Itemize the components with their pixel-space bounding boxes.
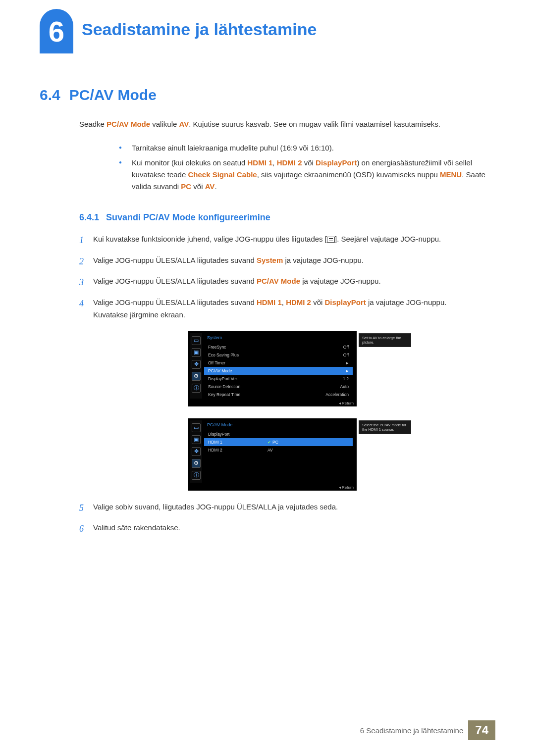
- bullet-dot-icon: ●: [119, 142, 122, 154]
- check-icon: ✔: [268, 440, 271, 445]
- osd-source-column: PC/AV Mode DisplayPort HDMI 1 HDMI 2: [204, 420, 264, 483]
- resize-icon: ✥: [192, 360, 201, 369]
- osd-sidebar-icons: ▭ ▣ ✥ ⚙ ⓘ: [190, 333, 202, 399]
- bullet-list: ● Tarnitakse ainult laiekraaniga mudelit…: [119, 142, 495, 193]
- osd-main-panel: PC/AV Mode DisplayPort HDMI 1 HDMI 2 ✔PC…: [202, 420, 355, 483]
- footer-chapter-text: 6 Seadistamine ja lähtestamine: [360, 726, 468, 735]
- osd-system-menu: ▭ ▣ ✥ ⚙ ⓘ System FreeSyncOff Eco Saving …: [188, 331, 357, 406]
- osd-sidebar-icons: ▭ ▣ ✥ ⚙ ⓘ: [190, 420, 202, 483]
- section-title-text: PC/AV Mode: [69, 87, 157, 103]
- page-footer: 6 Seadistamine ja lähtestamine 74: [360, 720, 495, 740]
- step-item: 1 Kui kuvatakse funktsioonide juhend, va…: [79, 233, 495, 248]
- info-icon: ⓘ: [192, 384, 201, 393]
- step-item: 2 Valige JOG-nuppu ÜLES/ALLA liigutades …: [79, 254, 495, 269]
- step-number: 2: [79, 254, 93, 269]
- osd-row[interactable]: DisplayPort Ver.1.2: [204, 375, 353, 383]
- resize-icon: ✥: [192, 447, 201, 456]
- content-area: 6.4PC/AV Mode Seadke PC/AV Mode valikule…: [40, 87, 495, 543]
- osd-option[interactable]: AV: [264, 446, 353, 454]
- osd-row[interactable]: Eco Saving PlusOff: [204, 351, 353, 359]
- osd-return-label[interactable]: Return: [339, 485, 354, 490]
- osd-option-selected[interactable]: ✔PC: [264, 438, 353, 446]
- osd-title: System: [204, 333, 353, 343]
- gear-icon: ⚙: [192, 372, 201, 381]
- osd-row-selected[interactable]: PC/AV Mode▸: [204, 367, 353, 375]
- osd-row[interactable]: Off Timer▸: [204, 359, 353, 367]
- chapter-badge: 6: [40, 9, 73, 53]
- menu-icon: [327, 237, 335, 243]
- section-heading: 6.4PC/AV Mode: [40, 87, 495, 103]
- bullet-dot-icon: ●: [119, 157, 122, 193]
- page-number-badge: 74: [468, 720, 495, 740]
- osd-return-label[interactable]: Return: [339, 401, 354, 405]
- subsection-title-text: Suvandi PC/AV Mode konfigureerimine: [106, 212, 270, 222]
- step-number: 6: [79, 521, 93, 537]
- subsection-heading: 6.4.1Suvandi PC/AV Mode konfigureerimine: [79, 212, 495, 223]
- osd-tooltip: Select the PC/AV mode for the HDMI 1 sou…: [359, 420, 411, 434]
- display-icon: ▣: [192, 348, 201, 357]
- step-number: 3: [79, 275, 93, 290]
- osd-title: PC/AV Mode: [204, 420, 264, 430]
- info-icon: ⓘ: [192, 471, 201, 480]
- picture-icon: ▭: [192, 336, 201, 345]
- osd-row[interactable]: Source DetectionAuto: [204, 383, 353, 391]
- osd-main-panel: System FreeSyncOff Eco Saving PlusOff Of…: [202, 333, 355, 399]
- step-number: 5: [79, 501, 93, 516]
- bullet-item: ● Tarnitakse ainult laiekraaniga mudelit…: [119, 142, 495, 154]
- step-item: 6 Valitud säte rakendatakse.: [79, 521, 495, 537]
- step-item: 3 Valige JOG-nuppu ÜLES/ALLA liigutades …: [79, 275, 495, 290]
- bullet-item: ● Kui monitor (kui olekuks on seatud HDM…: [119, 157, 495, 193]
- display-icon: ▣: [192, 435, 201, 444]
- osd-option-column: ✔PC AV: [264, 420, 353, 483]
- chapter-number: 6: [49, 15, 64, 48]
- osd-source-item[interactable]: HDMI 2: [204, 446, 264, 454]
- gear-icon: ⚙: [192, 459, 201, 468]
- osd-pcav-menu: ▭ ▣ ✥ ⚙ ⓘ PC/AV Mode DisplayPort HDMI 1 …: [188, 418, 357, 491]
- intro-paragraph: Seadke PC/AV Mode valikule AV. Kujutise …: [79, 118, 495, 130]
- step-number: 1: [79, 233, 93, 248]
- subsection-number: 6.4.1: [79, 212, 99, 222]
- step-number: 4: [79, 296, 93, 321]
- section-number: 6.4: [40, 87, 60, 103]
- chapter-title: Seadistamine ja lähtestamine: [82, 20, 317, 39]
- steps-list: 1 Kui kuvatakse funktsioonide juhend, va…: [79, 233, 495, 321]
- picture-icon: ▭: [192, 423, 201, 432]
- osd-source-item[interactable]: DisplayPort: [204, 430, 264, 438]
- highlight-pcav: PC/AV Mode: [107, 120, 150, 128]
- step-item: 5 Valige sobiv suvand, liigutades JOG-nu…: [79, 501, 495, 516]
- steps-list-cont: 5 Valige sobiv suvand, liigutades JOG-nu…: [79, 501, 495, 537]
- osd-row[interactable]: Key Repeat TimeAcceleration: [204, 391, 353, 399]
- osd-tooltip: Set to AV to enlarge the picture.: [359, 333, 411, 347]
- osd-row[interactable]: FreeSyncOff: [204, 343, 353, 351]
- highlight-av: AV: [179, 120, 189, 128]
- step-item: 4 Valige JOG-nuppu ÜLES/ALLA liigutades …: [79, 296, 495, 321]
- osd-screenshots: ▭ ▣ ✥ ⚙ ⓘ System FreeSyncOff Eco Saving …: [188, 331, 495, 491]
- osd-source-item-selected[interactable]: HDMI 1: [204, 438, 264, 446]
